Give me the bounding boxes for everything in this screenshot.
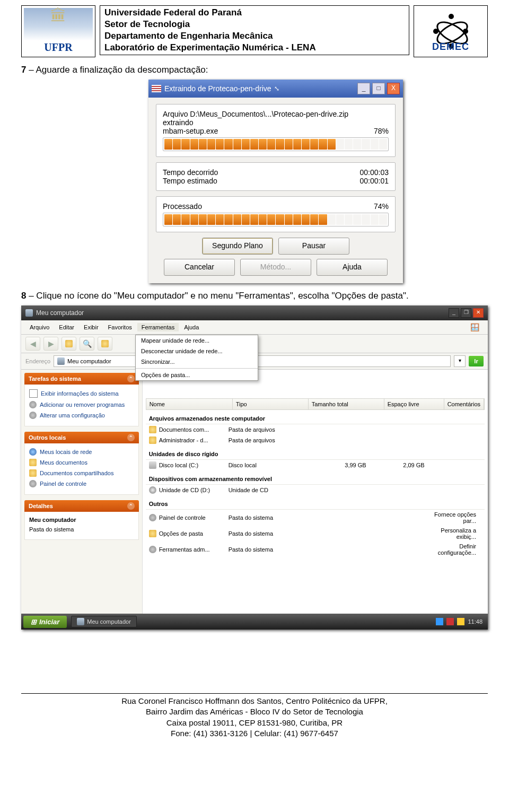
control-panel-icon [29, 480, 37, 487]
taskbar: ⊞Iniciar Meu computador 11:48 [21, 614, 488, 630]
ferramentas-dropdown: Mapear unidade de rede... Desconectar un… [135, 335, 258, 381]
address-dropdown-button[interactable]: ▾ [454, 355, 466, 367]
winrar-title-text: Extraindo de Protecao-pen-drive [164, 84, 271, 93]
chevron-up-icon: ⌃ [127, 375, 135, 382]
header-line-4: Laboratório de Experimentação Numérica -… [104, 42, 405, 54]
explorer-minimize-button[interactable]: _ [449, 308, 459, 318]
side-network-places[interactable]: Meus locais de rede [29, 447, 134, 457]
extract-info-panel: Arquivo D:\Meus_Documentos\...\Protecao-… [156, 104, 396, 157]
side-my-documents[interactable]: Meus documentos [29, 457, 134, 468]
panel-tarefas-header[interactable]: Tarefas do sistema⌃ [24, 373, 139, 385]
row-control-panel[interactable]: Painel de controlePasta do sistemaFornec… [146, 510, 485, 526]
col-livre[interactable]: Espaço livre [384, 399, 444, 409]
menu-favoritos[interactable]: Favoritos [104, 323, 136, 331]
col-tipo[interactable]: Tipo [233, 399, 309, 409]
dropdown-map-drive[interactable]: Mapear unidade de rede... [136, 335, 258, 346]
demec-text: DEMEC [432, 41, 469, 53]
forward-button[interactable]: ▶ [43, 337, 58, 351]
document-footer: Rua Coronel Francisco Hoffmann dos Santo… [21, 693, 488, 739]
footer-line-1: Rua Coronel Francisco Hoffmann dos Santo… [21, 696, 488, 706]
folder-icon [29, 459, 37, 466]
group-files: Arquivos armazenados neste computador [146, 410, 485, 424]
menu-ferramentas[interactable]: Ferramentas [137, 323, 179, 331]
group-other: Outros [146, 495, 485, 510]
side-control-panel[interactable]: Painel de controle [29, 478, 134, 489]
menu-editar[interactable]: Editar [55, 323, 78, 331]
computer-icon [77, 618, 84, 625]
row-documentos[interactable]: Documentos com...Pasta de arquivos [146, 424, 485, 435]
tray-icon[interactable] [457, 618, 464, 625]
col-tamanho[interactable]: Tamanho total [309, 399, 384, 409]
network-icon [29, 448, 37, 456]
archive-path: Arquivo D:\Meus_Documentos\...\Protecao-… [163, 110, 389, 118]
menu-ajuda[interactable]: Ajuda [180, 323, 203, 331]
box-icon [29, 401, 37, 408]
footer-line-4: Fone: (41) 3361-3126 | Celular: (41) 967… [21, 728, 488, 739]
dropdown-disconnect-drive[interactable]: Desconectar unidade de rede... [136, 346, 258, 356]
winrar-titlebar[interactable]: Extraindo de Protecao-pen-drive ⤡ _ □ X [148, 80, 403, 98]
explorer-close-button[interactable]: ✕ [473, 308, 484, 318]
row-cd-d[interactable]: Unidade de CD (D:)Unidade de CD [146, 485, 485, 495]
cd-icon [149, 486, 156, 494]
windows-flag-icon: 🪟 [466, 322, 484, 333]
explorer-toolbar: ◀ ▶ 🔍 Mapear unidade de rede... Desconec… [21, 335, 488, 353]
col-comentarios[interactable]: Comentários [444, 399, 484, 409]
panel-outros-header[interactable]: Outros locais⌃ [24, 432, 139, 443]
time-panel: Tempo decorrido00:00:03 Tempo estimado00… [156, 162, 396, 191]
processed-panel: Processado74% [156, 196, 396, 232]
header-institution-text: Universidade Federal do Paraná Setor de … [100, 5, 409, 55]
extracting-label: extraindo [163, 118, 389, 127]
menu-arquivo[interactable]: Arquivo [25, 323, 54, 331]
cancel-button[interactable]: Cancelar [164, 259, 235, 276]
side-change-setting[interactable]: Alterar uma configuração [29, 410, 134, 421]
folder-icon [149, 426, 156, 433]
winrar-dialog: Extraindo de Protecao-pen-drive ⤡ _ □ X … [148, 80, 403, 283]
pause-button[interactable]: Pausar [278, 238, 349, 255]
menu-exibir[interactable]: Exibir [80, 323, 103, 331]
side-add-remove[interactable]: Adicionar ou remover programas [29, 399, 134, 410]
step-8-text: 8 – Clique no ícone do "Meu computador" … [21, 291, 488, 301]
start-button[interactable]: ⊞Iniciar [23, 616, 67, 628]
step-8-label: – Clique no ícone do "Meu computador" e … [26, 291, 408, 301]
minimize-button[interactable]: _ [357, 83, 370, 94]
maximize-button[interactable]: □ [372, 83, 385, 94]
search-button[interactable]: 🔍 [80, 337, 94, 351]
tray-icon[interactable] [436, 618, 443, 625]
details-name: Meu computador [29, 515, 134, 525]
demec-logo: DEMEC [416, 8, 485, 55]
help-button[interactable]: Ajuda [317, 259, 388, 276]
back-button[interactable]: ◀ [25, 337, 40, 351]
close-button[interactable]: X [387, 83, 400, 94]
elapsed-value: 00:00:03 [360, 168, 389, 177]
taskbar-item[interactable]: Meu computador [71, 616, 137, 627]
chevron-up-icon: ⌃ [127, 434, 135, 441]
background-button[interactable]: Segundo Plano [202, 238, 273, 255]
details-type: Pasta do sistema [29, 525, 134, 534]
side-shared-docs[interactable]: Documentos compartilhados [29, 468, 134, 478]
demec-logo-box: DEMEC [414, 5, 488, 57]
row-admin-tools[interactable]: Ferramentas adm...Pasta do sistemaDefini… [146, 542, 485, 557]
ufpr-logo: 🏛 UFPR [24, 8, 93, 55]
processed-percent: 74% [374, 202, 389, 211]
row-admin[interactable]: Administrador - d...Pasta de arquivos [146, 435, 485, 446]
tools-icon [149, 546, 156, 553]
dropdown-sync[interactable]: Sincronizar... [136, 356, 258, 367]
go-button[interactable]: Ir [469, 356, 484, 366]
dropdown-folder-options[interactable]: Opções de pasta... [136, 370, 258, 380]
tray-icon[interactable] [446, 618, 454, 625]
drag-indicator-icon: ⤡ [271, 85, 282, 92]
col-nome[interactable]: Nome [146, 399, 233, 409]
explorer-sidebar: Tarefas do sistema⌃ Exibir informações d… [21, 370, 143, 614]
side-system-info[interactable]: Exibir informações do sistema [29, 388, 134, 399]
up-button[interactable] [62, 337, 76, 351]
explorer-titlebar[interactable]: Meu computador _ ❐ ✕ [21, 305, 488, 320]
system-tray: 11:48 [433, 618, 486, 625]
row-folder-options[interactable]: Opções de pastaPasta do sistemaPersonali… [146, 526, 485, 542]
panel-detalhes-header[interactable]: Detalhes⌃ [24, 500, 139, 512]
address-label: Endereço [25, 358, 50, 364]
address-value: Meu computador [67, 358, 111, 364]
row-disk-c[interactable]: Disco local (C:)Disco local3,99 GB2,09 G… [146, 460, 485, 470]
folders-button[interactable] [98, 337, 112, 351]
explorer-restore-button[interactable]: ❐ [461, 308, 471, 318]
footer-line-3: Caixa postal 19011, CEP 81531-980, Curit… [21, 718, 488, 728]
